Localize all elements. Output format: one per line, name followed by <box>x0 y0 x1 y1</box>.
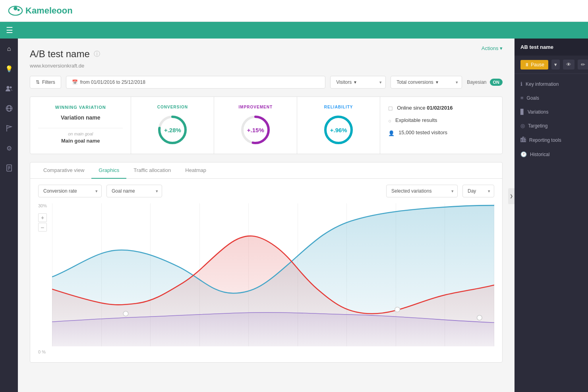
tab-traffic-allocation[interactable]: Traffic allocation <box>126 162 178 179</box>
conversions-dropdown-wrapper: Total conversions ▾ <box>391 76 462 89</box>
datapoint-1[interactable] <box>123 311 128 316</box>
reporting-icon <box>520 137 526 143</box>
sidebar-home[interactable]: ⌂ <box>3 42 15 55</box>
key-info-label: Key information <box>526 81 559 87</box>
sidebar-bulb[interactable]: 💡 <box>3 62 15 75</box>
conversions-dropdown[interactable]: Total conversions ▾ <box>391 76 462 89</box>
actions-link[interactable]: Actions ▾ <box>482 45 503 51</box>
tab-graphics[interactable]: Graphics <box>91 162 126 179</box>
svg-point-4 <box>10 87 12 89</box>
improvement-label: IMPROVEMENT <box>220 105 291 109</box>
period-dropdown-wrapper: Day <box>462 185 494 197</box>
conversions-chevron: ▾ <box>436 79 438 85</box>
panel-collapse-button[interactable]: ❯ <box>508 188 514 204</box>
right-nav-variations[interactable]: ▊ Variations <box>514 105 588 119</box>
calendar-icon: 📅 <box>72 79 78 85</box>
exploitable-item: ○ Exploitable results <box>388 117 494 124</box>
improvement-circle: +.15% <box>240 114 271 146</box>
top-nav-bar: ☰ <box>0 22 588 39</box>
right-nav-reporting-tools[interactable]: Reporting tools <box>514 133 588 147</box>
zoom-out-button[interactable]: – <box>38 223 47 232</box>
pause-button[interactable]: ⏸ Pause <box>520 60 548 70</box>
sidebar-settings[interactable]: ⚙ <box>3 142 15 154</box>
visitors-count: 15,000 tested visitors <box>398 129 447 135</box>
chart-svg-container <box>52 203 494 346</box>
right-nav-key-information[interactable]: ℹ Key information <box>514 77 588 91</box>
sidebar-document[interactable] <box>3 162 15 174</box>
historical-icon: 🕐 <box>520 151 527 157</box>
page-title: A/B test name <box>30 48 90 60</box>
conversion-section: CONVERSION +.28% <box>131 97 214 154</box>
datapoint-3[interactable] <box>395 307 400 312</box>
variations-label: Variations <box>528 109 548 115</box>
zoom-controls: + – <box>38 213 47 232</box>
targeting-icon: ◎ <box>520 123 525 129</box>
svg-rect-21 <box>524 139 526 142</box>
check-circle-icon: ○ <box>388 118 391 124</box>
right-nav-targeting[interactable]: ◎ Targeting <box>514 119 588 133</box>
online-since-label: Online since <box>397 105 426 111</box>
chart-area: 30% 0 % + – <box>38 203 494 354</box>
filters-label: Filters <box>42 79 55 85</box>
sidebar-flag[interactable] <box>3 122 15 135</box>
goals-icon: ≡ <box>520 95 524 101</box>
pause-label: Pause <box>531 62 544 68</box>
reliability-value: +.96% <box>330 127 347 133</box>
goal-dropdown[interactable]: Goal name <box>106 185 162 197</box>
variations-dropdown-wrapper: Selected variations <box>386 185 458 197</box>
reporting-tools-label: Reporting tools <box>529 137 561 143</box>
main-chart-svg <box>52 203 494 346</box>
datapoint-4[interactable] <box>477 315 482 320</box>
filters-row: ⇅ Filters 📅 from 01/01/2016 to 25/12/201… <box>30 76 503 89</box>
bayesian-toggle[interactable]: ON <box>490 79 503 86</box>
variations-icon: ▊ <box>520 109 524 115</box>
date-filter-button[interactable]: 📅 from 01/01/2016 to 25/12/2018 <box>66 76 325 89</box>
right-nav-goals[interactable]: ≡ Goals <box>514 91 588 105</box>
improvement-value: +.15% <box>247 127 264 133</box>
winning-label: WINNING VARIATION <box>38 105 123 110</box>
brand-name: Kameleoon <box>25 6 73 16</box>
sidebar-users[interactable] <box>3 82 15 95</box>
content-area: A/B test name ⓘ Actions ▾ www.konversion… <box>18 39 514 392</box>
pause-chevron-button[interactable]: ▾ <box>551 60 560 70</box>
improvement-section: IMPROVEMENT +.15% <box>214 97 297 154</box>
stats-panel: WINNING VARIATION Variation name on main… <box>30 97 503 154</box>
left-sidebar: ⌂ 💡 ⚙ <box>0 39 18 392</box>
edit-button[interactable]: ✏ <box>578 60 588 70</box>
user-count-icon: 👤 <box>388 130 395 136</box>
metric-dropdown[interactable]: Conversion rate <box>38 185 102 197</box>
variations-dropdown[interactable]: Selected variations <box>386 185 458 197</box>
collapse-icon: ❯ <box>510 194 513 198</box>
zoom-in-button[interactable]: + <box>38 213 47 222</box>
view-button[interactable]: 👁 <box>563 60 574 70</box>
exploitable-label: Exploitable results <box>395 117 437 123</box>
goals-label: Goals <box>527 95 539 101</box>
visitors-label: Visitors <box>336 79 352 85</box>
divider <box>38 128 123 128</box>
page-title-row: A/B test name ⓘ Actions ▾ <box>30 48 503 60</box>
goal-dropdown-wrapper: Goal name <box>106 185 162 197</box>
graphics-panel: Comparative view Graphics Traffic alloca… <box>30 162 503 363</box>
conversion-value: +.28% <box>164 127 181 133</box>
visitors-item: 👤 15,000 tested visitors <box>388 129 494 136</box>
bayesian-label: Bayesian <box>467 79 486 85</box>
right-panel-actions: ⏸ Pause ▾ 👁 ✏ 🗑 <box>514 56 588 74</box>
sidebar-globe[interactable] <box>3 102 15 115</box>
tab-heatmap[interactable]: Heatmap <box>178 162 213 179</box>
right-nav-historical[interactable]: 🕐 Historical <box>514 147 588 161</box>
conversion-circle: +.28% <box>157 114 188 146</box>
chart-controls: Conversion rate Goal name Selected varia… <box>30 179 502 203</box>
y-axis-min-label: 0 % <box>38 350 46 354</box>
variation-name: Variation name <box>38 114 123 121</box>
historical-label: Historical <box>530 152 549 157</box>
tab-comparative-view[interactable]: Comparative view <box>36 162 91 179</box>
logo-image <box>8 3 23 18</box>
hamburger-menu[interactable]: ☰ <box>6 25 13 35</box>
visitors-dropdown[interactable]: Visitors ▾ <box>330 76 386 89</box>
filters-button[interactable]: ⇅ Filters <box>30 76 61 89</box>
svg-point-2 <box>17 9 20 11</box>
bayesian-row: Bayesian ON <box>467 79 503 86</box>
key-info-icon: ℹ <box>520 81 522 87</box>
title-info-icon[interactable]: ⓘ <box>94 50 100 58</box>
period-dropdown[interactable]: Day <box>462 185 494 197</box>
